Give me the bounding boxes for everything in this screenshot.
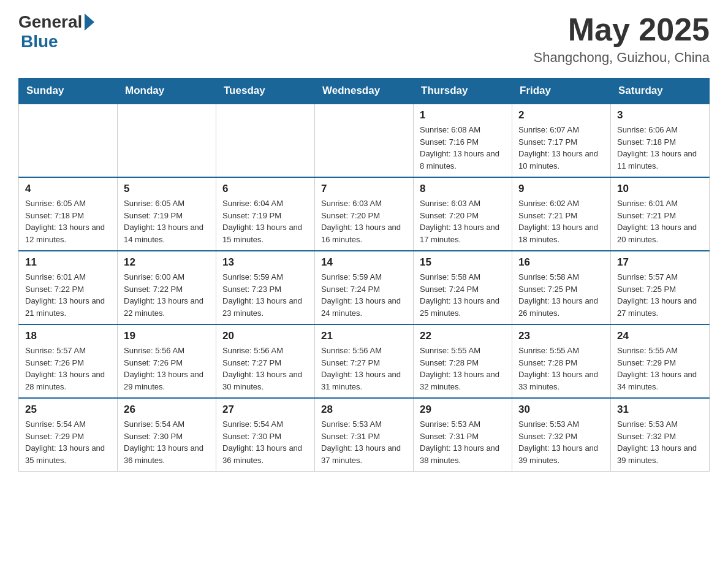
calendar-cell: 13Sunrise: 5:59 AMSunset: 7:23 PMDayligh… xyxy=(216,251,315,324)
weekday-header-sunday: Sunday xyxy=(19,79,118,104)
calendar-cell: 14Sunrise: 5:59 AMSunset: 7:24 PMDayligh… xyxy=(315,251,414,324)
weekday-header-saturday: Saturday xyxy=(611,79,710,104)
day-number: 29 xyxy=(420,404,506,416)
day-info: Sunrise: 6:08 AMSunset: 7:16 PMDaylight:… xyxy=(420,124,506,172)
day-info: Sunrise: 6:00 AMSunset: 7:22 PMDaylight:… xyxy=(124,271,210,319)
day-number: 21 xyxy=(321,330,407,342)
week-row-4: 18Sunrise: 5:57 AMSunset: 7:26 PMDayligh… xyxy=(19,324,710,398)
day-number: 27 xyxy=(222,404,308,416)
day-number: 15 xyxy=(420,256,506,269)
day-number: 12 xyxy=(124,256,210,269)
calendar-cell: 21Sunrise: 5:56 AMSunset: 7:27 PMDayligh… xyxy=(315,324,414,398)
day-number: 28 xyxy=(321,404,407,416)
weekday-header-friday: Friday xyxy=(512,79,611,104)
calendar-cell: 8Sunrise: 6:03 AMSunset: 7:20 PMDaylight… xyxy=(414,177,512,251)
day-info: Sunrise: 6:04 AMSunset: 7:19 PMDaylight:… xyxy=(222,197,308,245)
day-info: Sunrise: 5:53 AMSunset: 7:32 PMDaylight:… xyxy=(617,418,703,466)
day-info: Sunrise: 5:56 AMSunset: 7:27 PMDaylight:… xyxy=(222,345,308,393)
day-number: 8 xyxy=(420,183,506,195)
calendar-cell: 18Sunrise: 5:57 AMSunset: 7:26 PMDayligh… xyxy=(19,324,118,398)
calendar-cell: 3Sunrise: 6:06 AMSunset: 7:18 PMDaylight… xyxy=(611,104,710,177)
week-row-1: 1Sunrise: 6:08 AMSunset: 7:16 PMDaylight… xyxy=(19,104,710,177)
day-info: Sunrise: 5:57 AMSunset: 7:25 PMDaylight:… xyxy=(617,271,703,319)
calendar-cell: 11Sunrise: 6:01 AMSunset: 7:22 PMDayligh… xyxy=(19,251,118,324)
calendar-cell: 9Sunrise: 6:02 AMSunset: 7:21 PMDaylight… xyxy=(512,177,611,251)
location-subtitle: Shangchong, Guizhou, China xyxy=(534,50,710,66)
calendar-cell: 15Sunrise: 5:58 AMSunset: 7:24 PMDayligh… xyxy=(414,251,512,324)
logo-blue-text: Blue xyxy=(21,32,58,52)
calendar-header-row: SundayMondayTuesdayWednesdayThursdayFrid… xyxy=(19,79,710,104)
calendar-cell: 2Sunrise: 6:07 AMSunset: 7:17 PMDaylight… xyxy=(512,104,611,177)
weekday-header-monday: Monday xyxy=(118,79,216,104)
day-number: 23 xyxy=(518,330,604,342)
day-number: 17 xyxy=(617,256,703,269)
weekday-header-wednesday: Wednesday xyxy=(315,79,414,104)
title-block: May 2025 Shangchong, Guizhou, China xyxy=(534,12,710,66)
calendar-cell: 27Sunrise: 5:54 AMSunset: 7:30 PMDayligh… xyxy=(216,398,315,472)
calendar-cell: 16Sunrise: 5:58 AMSunset: 7:25 PMDayligh… xyxy=(512,251,611,324)
day-number: 3 xyxy=(617,109,703,121)
day-info: Sunrise: 5:57 AMSunset: 7:26 PMDaylight:… xyxy=(25,345,111,393)
day-number: 11 xyxy=(25,256,111,269)
calendar-cell xyxy=(315,104,414,177)
day-number: 22 xyxy=(420,330,506,342)
day-number: 26 xyxy=(124,404,210,416)
calendar-cell: 22Sunrise: 5:55 AMSunset: 7:28 PMDayligh… xyxy=(414,324,512,398)
calendar-cell: 25Sunrise: 5:54 AMSunset: 7:29 PMDayligh… xyxy=(19,398,118,472)
day-info: Sunrise: 5:56 AMSunset: 7:27 PMDaylight:… xyxy=(321,345,407,393)
day-info: Sunrise: 5:59 AMSunset: 7:24 PMDaylight:… xyxy=(321,271,407,319)
calendar-cell: 10Sunrise: 6:01 AMSunset: 7:21 PMDayligh… xyxy=(611,177,710,251)
weekday-header-tuesday: Tuesday xyxy=(216,79,315,104)
day-number: 18 xyxy=(25,330,111,342)
logo-general-text: General xyxy=(18,12,82,32)
day-number: 9 xyxy=(518,183,604,195)
logo: General Blue xyxy=(18,12,94,52)
day-number: 1 xyxy=(420,109,506,121)
calendar-table: SundayMondayTuesdayWednesdayThursdayFrid… xyxy=(18,78,710,472)
month-year-title: May 2025 xyxy=(534,12,710,47)
calendar-cell: 26Sunrise: 5:54 AMSunset: 7:30 PMDayligh… xyxy=(118,398,216,472)
day-number: 10 xyxy=(617,183,703,195)
calendar-cell: 20Sunrise: 5:56 AMSunset: 7:27 PMDayligh… xyxy=(216,324,315,398)
day-number: 14 xyxy=(321,256,407,269)
day-info: Sunrise: 5:53 AMSunset: 7:31 PMDaylight:… xyxy=(420,418,506,466)
day-number: 25 xyxy=(25,404,111,416)
day-info: Sunrise: 5:53 AMSunset: 7:32 PMDaylight:… xyxy=(518,418,604,466)
calendar-cell: 4Sunrise: 6:05 AMSunset: 7:18 PMDaylight… xyxy=(19,177,118,251)
day-info: Sunrise: 6:02 AMSunset: 7:21 PMDaylight:… xyxy=(518,197,604,245)
calendar-cell: 28Sunrise: 5:53 AMSunset: 7:31 PMDayligh… xyxy=(315,398,414,472)
day-info: Sunrise: 5:54 AMSunset: 7:30 PMDaylight:… xyxy=(124,418,210,466)
day-info: Sunrise: 6:06 AMSunset: 7:18 PMDaylight:… xyxy=(617,124,703,172)
day-number: 6 xyxy=(222,183,308,195)
week-row-5: 25Sunrise: 5:54 AMSunset: 7:29 PMDayligh… xyxy=(19,398,710,472)
day-number: 13 xyxy=(222,256,308,269)
day-info: Sunrise: 5:54 AMSunset: 7:29 PMDaylight:… xyxy=(25,418,111,466)
calendar-cell: 19Sunrise: 5:56 AMSunset: 7:26 PMDayligh… xyxy=(118,324,216,398)
calendar-cell: 24Sunrise: 5:55 AMSunset: 7:29 PMDayligh… xyxy=(611,324,710,398)
page-header: General Blue May 2025 Shangchong, Guizho… xyxy=(18,12,710,66)
weekday-header-thursday: Thursday xyxy=(414,79,512,104)
day-info: Sunrise: 5:55 AMSunset: 7:29 PMDaylight:… xyxy=(617,345,703,393)
day-info: Sunrise: 5:58 AMSunset: 7:24 PMDaylight:… xyxy=(420,271,506,319)
day-number: 19 xyxy=(124,330,210,342)
day-info: Sunrise: 6:03 AMSunset: 7:20 PMDaylight:… xyxy=(420,197,506,245)
day-number: 2 xyxy=(518,109,604,121)
calendar-cell: 5Sunrise: 6:05 AMSunset: 7:19 PMDaylight… xyxy=(118,177,216,251)
calendar-cell: 29Sunrise: 5:53 AMSunset: 7:31 PMDayligh… xyxy=(414,398,512,472)
calendar-cell: 6Sunrise: 6:04 AMSunset: 7:19 PMDaylight… xyxy=(216,177,315,251)
logo-arrow-icon xyxy=(85,13,94,31)
day-info: Sunrise: 6:01 AMSunset: 7:22 PMDaylight:… xyxy=(25,271,111,319)
day-number: 7 xyxy=(321,183,407,195)
day-number: 5 xyxy=(124,183,210,195)
day-info: Sunrise: 5:58 AMSunset: 7:25 PMDaylight:… xyxy=(518,271,604,319)
week-row-3: 11Sunrise: 6:01 AMSunset: 7:22 PMDayligh… xyxy=(19,251,710,324)
calendar-cell: 23Sunrise: 5:55 AMSunset: 7:28 PMDayligh… xyxy=(512,324,611,398)
day-info: Sunrise: 6:03 AMSunset: 7:20 PMDaylight:… xyxy=(321,197,407,245)
day-info: Sunrise: 6:05 AMSunset: 7:19 PMDaylight:… xyxy=(124,197,210,245)
calendar-cell xyxy=(216,104,315,177)
calendar-cell: 30Sunrise: 5:53 AMSunset: 7:32 PMDayligh… xyxy=(512,398,611,472)
day-number: 30 xyxy=(518,404,604,416)
day-number: 31 xyxy=(617,404,703,416)
day-info: Sunrise: 5:54 AMSunset: 7:30 PMDaylight:… xyxy=(222,418,308,466)
day-info: Sunrise: 5:55 AMSunset: 7:28 PMDaylight:… xyxy=(518,345,604,393)
